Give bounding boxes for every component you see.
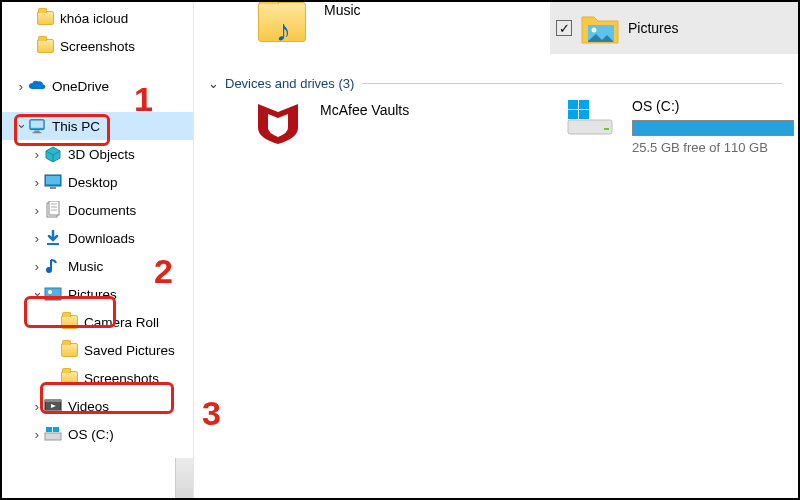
- music-note-icon: ♪: [276, 14, 291, 48]
- tree-item-label: This PC: [52, 119, 100, 134]
- tree-item-label: Documents: [68, 203, 136, 218]
- svg-rect-19: [45, 400, 61, 402]
- svg-rect-23: [46, 427, 52, 432]
- drive-name-label: OS (C:): [632, 98, 794, 114]
- tree-item-label: OS (C:): [68, 427, 114, 442]
- chevron-down-icon[interactable]: ⌄: [208, 76, 219, 91]
- pictures-icon: [44, 285, 62, 303]
- 3d-objects-icon: [44, 145, 62, 163]
- svg-rect-14: [47, 243, 59, 245]
- tree-item-downloads[interactable]: Downloads: [2, 224, 193, 252]
- drive-free-space-label: 25.5 GB free of 110 GB: [632, 140, 794, 155]
- tree-item-label: Screenshots: [84, 371, 159, 386]
- folder-icon: [36, 9, 54, 27]
- tree-item-label: Pictures: [68, 287, 117, 302]
- svg-rect-10: [49, 201, 59, 215]
- tree-item-saved-pictures[interactable]: Saved Pictures: [2, 336, 193, 364]
- windows-drive-icon: [564, 98, 616, 138]
- folder-item-label: Pictures: [628, 20, 679, 36]
- svg-rect-1: [31, 121, 44, 128]
- svg-rect-32: [579, 110, 589, 119]
- svg-rect-28: [604, 128, 609, 130]
- tree-item-desktop[interactable]: Desktop: [2, 168, 193, 196]
- svg-point-26: [592, 28, 597, 33]
- tree-item-screenshots-quick[interactable]: Screenshots: [2, 32, 193, 60]
- sidebar-scrollbar[interactable]: [175, 458, 193, 498]
- tree-item-pictures[interactable]: Pictures: [2, 280, 193, 308]
- tree-item-label: Screenshots: [60, 39, 135, 54]
- tree-item-os-c-drive[interactable]: OS (C:): [2, 420, 193, 448]
- chevron-right-icon[interactable]: [30, 259, 44, 274]
- tree-item-this-pc[interactable]: This PC: [2, 112, 193, 140]
- tree-item-label: Camera Roll: [84, 315, 159, 330]
- tree-item-documents[interactable]: Documents: [2, 196, 193, 224]
- pictures-folder-icon: [580, 11, 620, 45]
- tree-item-label: 3D Objects: [68, 147, 135, 162]
- downloads-icon: [44, 229, 62, 247]
- drive-icon: [44, 425, 62, 443]
- svg-rect-20: [45, 410, 61, 412]
- svg-rect-31: [568, 110, 578, 119]
- tree-item-label: Desktop: [68, 175, 118, 190]
- item-label: McAfee Vaults: [320, 102, 409, 118]
- tree-item-music[interactable]: Music: [2, 252, 193, 280]
- documents-icon: [44, 201, 62, 219]
- onedrive-icon: [28, 77, 46, 95]
- item-mcafee-vaults[interactable]: McAfee Vaults: [254, 100, 409, 144]
- folder-item-music[interactable]: ♪: [258, 2, 306, 42]
- tree-item-label: Downloads: [68, 231, 135, 246]
- nav-tree-sidebar[interactable]: khóa icloud Screenshots OneDrive This PC: [2, 2, 194, 498]
- svg-rect-8: [50, 187, 56, 189]
- folder-icon: [60, 341, 78, 359]
- svg-rect-2: [34, 131, 39, 133]
- group-header-devices[interactable]: ⌄ Devices and drives (3): [208, 76, 782, 91]
- tree-item-videos[interactable]: Videos: [2, 392, 193, 420]
- mcafee-shield-icon: [254, 100, 302, 144]
- svg-rect-3: [33, 132, 42, 133]
- tree-item-camera-roll[interactable]: Camera Roll: [2, 308, 193, 336]
- tree-item-label: khóa icloud: [60, 11, 128, 26]
- content-pane[interactable]: ♪ Music ✓ Pictures ⌄ Devices and drives …: [194, 2, 798, 498]
- folder-icon: [36, 37, 54, 55]
- svg-rect-7: [46, 176, 60, 184]
- chevron-right-icon[interactable]: [30, 399, 44, 414]
- desktop-icon: [44, 173, 62, 191]
- this-pc-icon: [28, 117, 46, 135]
- folder-item-pictures-selected[interactable]: ✓ Pictures: [550, 2, 798, 54]
- tree-item-khoa-icloud[interactable]: khóa icloud: [2, 4, 193, 32]
- tree-item-3d-objects[interactable]: 3D Objects: [2, 140, 193, 168]
- chevron-right-icon[interactable]: [30, 427, 44, 442]
- svg-rect-22: [45, 433, 61, 440]
- tree-item-screenshots[interactable]: Screenshots: [2, 364, 193, 392]
- tree-item-label: Videos: [68, 399, 109, 414]
- checkbox-checked-icon[interactable]: ✓: [556, 20, 572, 36]
- chevron-down-icon[interactable]: [14, 119, 28, 134]
- svg-rect-30: [579, 100, 589, 109]
- tree-item-label: Saved Pictures: [84, 343, 175, 358]
- group-divider: [362, 83, 782, 84]
- chevron-right-icon[interactable]: [30, 203, 44, 218]
- svg-rect-24: [53, 427, 59, 432]
- folder-icon: [60, 313, 78, 331]
- svg-rect-27: [568, 120, 612, 134]
- chevron-right-icon[interactable]: [14, 79, 28, 94]
- folder-item-label: Music: [324, 2, 361, 18]
- svg-point-17: [48, 290, 52, 294]
- chevron-right-icon[interactable]: [30, 231, 44, 246]
- tree-item-label: Music: [68, 259, 103, 274]
- group-header-label: Devices and drives (3): [225, 76, 354, 91]
- svg-rect-29: [568, 100, 578, 109]
- tree-item-label: OneDrive: [52, 79, 109, 94]
- item-os-c-drive[interactable]: OS (C:) 25.5 GB free of 110 GB: [564, 98, 794, 155]
- svg-point-15: [46, 267, 52, 273]
- folder-icon: [60, 369, 78, 387]
- chevron-right-icon[interactable]: [30, 175, 44, 190]
- drive-usage-bar: [632, 120, 794, 136]
- chevron-right-icon[interactable]: [30, 147, 44, 162]
- tree-item-onedrive[interactable]: OneDrive: [2, 72, 193, 100]
- chevron-down-icon[interactable]: [30, 287, 44, 302]
- videos-icon: [44, 397, 62, 415]
- music-icon: [44, 257, 62, 275]
